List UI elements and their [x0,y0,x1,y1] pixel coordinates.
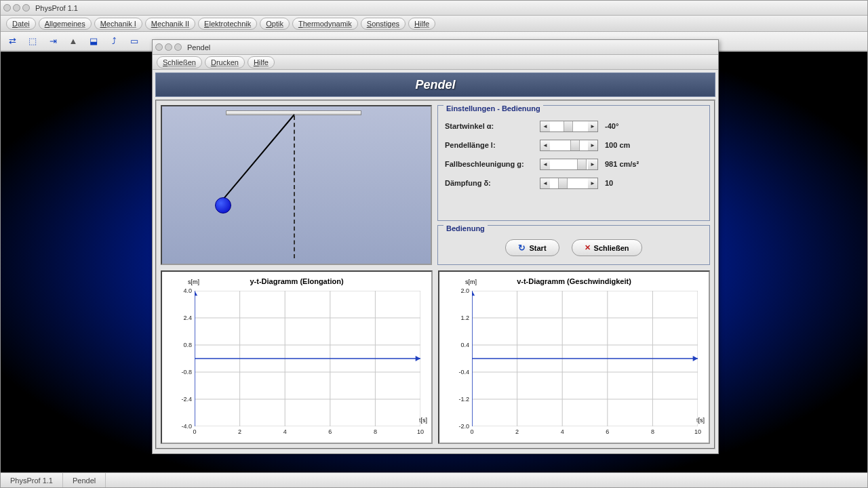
window-control-dot[interactable] [3,4,11,12]
chart-ylabel: s[m] [188,279,199,285]
close-button-label: Schließen [594,244,629,252]
pendel-menu-hilfe[interactable]: Hilfe [248,56,275,68]
window-control-dot[interactable] [165,43,172,51]
param-spinner[interactable]: ◄► [540,121,598,132]
settings-legend: Einstellungen - Bedienung [443,104,543,113]
chart-xtick: 10 [694,428,701,435]
chart-xtick: 0 [193,428,196,435]
chart-ytick: -0.4 [449,369,469,375]
close-icon: ✕ [585,243,591,252]
spinner-track[interactable] [550,159,588,169]
svg-marker-30 [693,356,698,361]
param-value: -40° [605,122,618,130]
chart-ytick: 0.8 [172,342,192,348]
chart-xtick: 10 [417,428,424,435]
pendel-menu-drucken[interactable]: Drucken [205,56,245,68]
menu-mechanik-2[interactable]: Mechanik II [145,18,195,30]
pendel-titlebar: Pendel [153,40,718,55]
menu-optik[interactable]: Optik [260,18,290,30]
param-row: Pendellänge l:◄►100 cm [445,136,703,155]
chart-xtick: 0 [470,428,473,435]
chart-title: v-t-Diagramm (Geschwindigkeit) [445,277,703,285]
status-doc: Pendel [63,473,106,487]
pendel-window: Pendel Schließen Drucken Hilfe Pendel Ei… [152,39,719,454]
spinner-track[interactable] [550,178,588,188]
param-spinner[interactable]: ◄► [540,159,598,170]
menu-thermodynamik[interactable]: Thermodynamik [292,18,358,30]
spinner-decrement[interactable]: ◄ [540,159,550,169]
window-control-dot[interactable] [174,43,182,51]
spinner-increment[interactable]: ► [588,178,597,188]
banner: Pendel [155,73,715,97]
toolbar-icon[interactable]: ▭ [128,35,140,47]
close-button[interactable]: ✕ Schließen [572,239,642,256]
pendel-window-title: Pendel [187,43,210,52]
spinner-track[interactable] [550,140,588,150]
spinner-track[interactable] [550,121,588,131]
chart-ytick: -2.4 [172,396,192,403]
param-row: Startwinkel α:◄►-40° [445,117,703,136]
chart-ytick: 4.0 [172,287,192,294]
spinner-increment[interactable]: ► [588,159,597,169]
spinner-decrement[interactable]: ◄ [540,121,550,131]
menu-mechanik-1[interactable]: Mechanik I [94,18,142,30]
statusbar: PhysProf 1.1 Pendel [1,472,867,487]
param-spinner[interactable]: ◄► [540,178,598,189]
toolbar-icon[interactable]: ▲ [67,35,79,47]
window-control-dot[interactable] [13,4,20,12]
chart-ytick: 2.0 [449,287,469,294]
chart-ytick: -2.0 [449,423,469,430]
toolbar-icon[interactable]: ⤴ [108,35,120,47]
toolbar-icon[interactable]: ⬓ [87,35,100,47]
spinner-increment[interactable]: ► [588,140,597,150]
param-spinner[interactable]: ◄► [540,140,598,151]
toolbar-icon[interactable]: ⬚ [26,35,39,47]
param-row: Fallbeschleunigung g:◄►981 cm/s² [445,155,703,174]
window-control-dot[interactable] [155,43,163,51]
svg-marker-14 [416,356,420,361]
spinner-thumb[interactable] [558,178,568,188]
spinner-increment[interactable]: ► [588,121,597,131]
main-menubar: Datei Allgemeines Mechanik I Mechanik II… [1,16,867,32]
main-titlebar: PhysProf 1.1 [1,1,867,16]
refresh-icon: ↻ [518,243,526,253]
menu-allgemeines[interactable]: Allgemeines [39,18,92,30]
chart-ytick: -4.0 [172,423,192,430]
chart-xtick: 8 [374,428,377,435]
window-control-dot[interactable] [22,4,30,12]
spinner-decrement[interactable]: ◄ [540,140,550,150]
menu-sonstiges[interactable]: Sonstiges [361,18,406,30]
param-value: 10 [605,179,613,187]
toolbar-icon[interactable]: ⇥ [47,35,59,47]
menu-datei[interactable]: Datei [6,18,36,30]
elongation-chart: y-t-Diagramm (Elongation)s[m]t[s]-4.0-2.… [161,270,433,444]
chart-xtick: 6 [328,428,332,435]
menu-hilfe[interactable]: Hilfe [408,18,435,30]
velocity-chart: v-t-Diagramm (Geschwindigkeit)s[m]t[s]-2… [438,270,710,444]
pendulum-vertical-guide [294,116,295,258]
spinner-thumb[interactable] [577,159,587,169]
chart-ytick: -1.2 [449,396,469,403]
chart-ytick: 0.4 [449,342,469,348]
start-button[interactable]: ↻ Start [505,239,559,256]
chart-ytick: -0.8 [172,369,192,375]
spinner-thumb[interactable] [570,140,580,150]
pendulum-ball [215,197,231,214]
toolbar-icon[interactable]: ⇄ [6,35,18,47]
param-label: Fallbeschleunigung g: [445,160,540,168]
settings-fieldset: Einstellungen - Bedienung Startwinkel α:… [437,105,710,221]
chart-title: y-t-Diagramm (Elongation) [167,277,426,285]
chart-ytick: 1.2 [449,314,469,321]
chart-ylabel: s[m] [465,279,477,285]
start-button-label: Start [529,244,546,252]
pendel-menubar: Schließen Drucken Hilfe [153,55,718,70]
spinner-thumb[interactable] [564,121,573,131]
chart-ytick: 2.4 [172,314,192,321]
content-frame: Einstellungen - Bedienung Startwinkel α:… [155,100,715,449]
pendel-menu-schliessen[interactable]: Schließen [157,56,202,68]
spinner-decrement[interactable]: ◄ [540,178,550,188]
chart-xtick: 6 [606,428,609,435]
controls-legend: Bedienung [443,224,488,232]
param-label: Startwinkel α: [445,122,540,130]
menu-elektrotechnik[interactable]: Elektrotechnik [198,18,257,30]
